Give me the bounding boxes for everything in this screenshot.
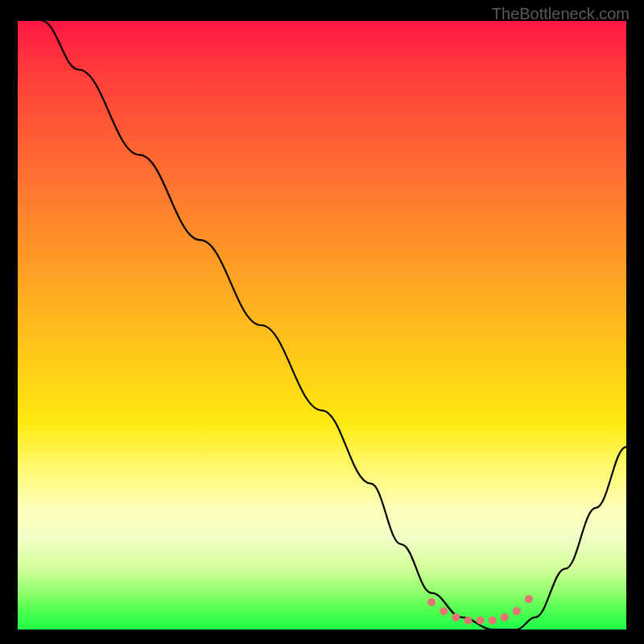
- watermark-text: TheBottleneck.com: [492, 5, 630, 23]
- marker-dot: [452, 613, 460, 621]
- chart-plot-area: [18, 21, 626, 630]
- marker-dot: [513, 607, 521, 615]
- marker-dot: [427, 598, 436, 606]
- marker-dot: [501, 613, 509, 621]
- marker-dot: [440, 607, 448, 615]
- bottleneck-curve-path: [42, 21, 626, 630]
- marker-dot: [464, 617, 472, 625]
- marker-dot: [489, 617, 497, 625]
- curve-svg: [18, 21, 626, 630]
- marker-dot: [477, 617, 485, 625]
- marker-dot: [525, 595, 533, 603]
